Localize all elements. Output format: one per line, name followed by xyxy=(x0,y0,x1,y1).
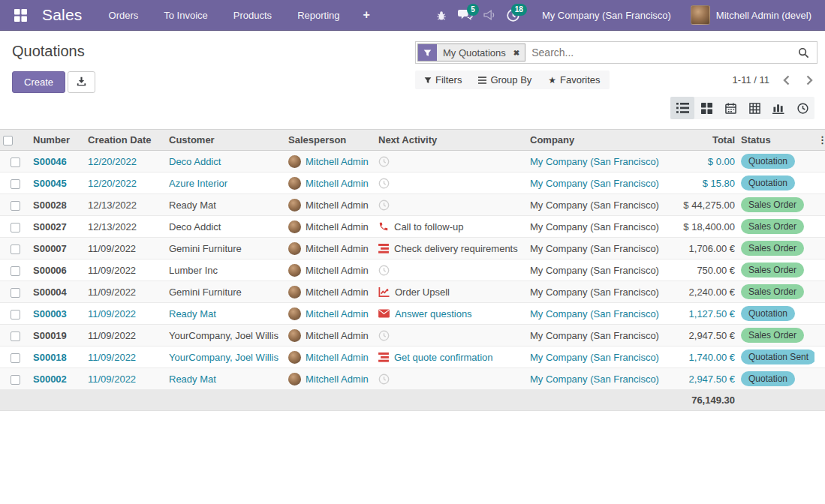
cell-next-activity[interactable]: Get quote confirmation xyxy=(375,346,527,368)
cell-number[interactable]: S00046 xyxy=(30,151,85,172)
cell-next-activity[interactable] xyxy=(375,368,527,390)
cell-total[interactable]: 750.00 € xyxy=(672,260,738,281)
clock-icon[interactable] xyxy=(378,330,390,341)
cell-number[interactable]: S00018 xyxy=(30,346,85,368)
cell-creation-date[interactable]: 12/20/2022 xyxy=(85,172,166,194)
cell-company[interactable]: My Company (San Francisco) xyxy=(527,238,672,260)
cell-creation-date[interactable]: 11/09/2022 xyxy=(85,346,166,368)
cell-salesperson[interactable]: Mitchell Admin xyxy=(285,260,375,281)
nav-menu-orders[interactable]: Orders xyxy=(96,0,152,30)
cell-company[interactable]: My Company (San Francisco) xyxy=(527,216,672,238)
optional-columns-icon[interactable]: ⋮ xyxy=(817,134,825,146)
cell-next-activity[interactable]: Check delivery requirements xyxy=(375,238,527,260)
cell-total[interactable]: $ 44,275.00 xyxy=(672,194,738,216)
cell-company[interactable]: My Company (San Francisco) xyxy=(527,194,672,216)
cell-company[interactable]: My Company (San Francisco) xyxy=(527,368,672,390)
cell-customer[interactable]: Deco Addict xyxy=(166,151,285,172)
row-checkbox[interactable] xyxy=(11,332,20,341)
activities-clock-icon[interactable]: 18 xyxy=(501,4,525,26)
table-row[interactable]: S0002812/13/2022Ready MatMitchell AdminM… xyxy=(0,194,825,216)
cell-number[interactable]: S00006 xyxy=(30,260,85,281)
column-header-creation-date[interactable]: Creation Date xyxy=(85,130,166,151)
cell-creation-date[interactable]: 12/20/2022 xyxy=(85,151,166,172)
user-avatar[interactable] xyxy=(691,5,710,25)
filters-button[interactable]: Filters xyxy=(424,74,462,86)
column-header-status[interactable]: Status xyxy=(738,130,814,151)
export-button[interactable] xyxy=(68,71,95,93)
cell-number[interactable]: S00027 xyxy=(30,216,85,238)
cell-total[interactable]: $ 0.00 xyxy=(672,151,738,172)
cell-creation-date[interactable]: 11/09/2022 xyxy=(85,260,166,281)
table-row[interactable]: S0000411/09/2022Gemini FurnitureMitchell… xyxy=(0,281,825,303)
cell-next-activity[interactable] xyxy=(375,151,527,172)
row-checkbox[interactable] xyxy=(11,179,20,189)
table-row[interactable]: S0004612/20/2022Deco AddictMitchell Admi… xyxy=(0,151,825,172)
column-header-number[interactable]: Number xyxy=(30,130,85,151)
table-row[interactable]: S0004512/20/2022Azure InteriorMitchell A… xyxy=(0,172,825,194)
cell-number[interactable]: S00045 xyxy=(30,172,85,194)
column-header-total[interactable]: Total xyxy=(672,130,738,151)
envelope-icon[interactable] xyxy=(378,309,390,318)
pivot-view-icon[interactable] xyxy=(742,97,766,119)
cell-next-activity[interactable] xyxy=(375,194,527,216)
clock-icon[interactable] xyxy=(378,265,390,276)
cell-creation-date[interactable]: 11/09/2022 xyxy=(85,325,166,346)
cell-total[interactable]: $ 15.80 xyxy=(672,172,738,194)
cell-total[interactable]: 2,240.00 € xyxy=(672,281,738,303)
messages-icon[interactable]: 5 xyxy=(453,4,477,26)
cell-creation-date[interactable]: 11/09/2022 xyxy=(85,238,166,260)
tasks-icon[interactable] xyxy=(378,244,389,254)
cell-creation-date[interactable]: 11/09/2022 xyxy=(85,368,166,390)
tasks-icon[interactable] xyxy=(378,352,389,362)
cell-company[interactable]: My Company (San Francisco) xyxy=(527,303,672,325)
cell-company[interactable]: My Company (San Francisco) xyxy=(527,281,672,303)
cell-number[interactable]: S00002 xyxy=(30,368,85,390)
table-row[interactable]: S0001811/09/2022YourCompany, Joel Willis… xyxy=(0,346,825,368)
nav-menu-more[interactable]: + xyxy=(353,0,381,30)
cell-customer[interactable]: Deco Addict xyxy=(166,216,285,238)
table-row[interactable]: S0000711/09/2022Gemini FurnitureMitchell… xyxy=(0,238,825,260)
cell-company[interactable]: My Company (San Francisco) xyxy=(527,260,672,281)
nav-menu-to-invoice[interactable]: To Invoice xyxy=(151,0,221,30)
cell-customer[interactable]: YourCompany, Joel Willis xyxy=(166,325,285,346)
user-menu[interactable]: Mitchell Admin (devel) xyxy=(716,10,811,21)
cell-company[interactable]: My Company (San Francisco) xyxy=(527,172,672,194)
table-row[interactable]: S0000311/09/2022Ready MatMitchell AdminA… xyxy=(0,303,825,325)
cell-number[interactable]: S00004 xyxy=(30,281,85,303)
cell-customer[interactable]: Ready Mat xyxy=(166,194,285,216)
search-input[interactable] xyxy=(525,46,792,58)
cell-total[interactable]: 2,947.50 € xyxy=(672,368,738,390)
cell-company[interactable]: My Company (San Francisco) xyxy=(527,325,672,346)
bug-icon[interactable] xyxy=(429,4,453,26)
cell-salesperson[interactable]: Mitchell Admin xyxy=(285,281,375,303)
cell-next-activity[interactable] xyxy=(375,260,527,281)
row-checkbox[interactable] xyxy=(11,201,20,211)
cell-salesperson[interactable]: Mitchell Admin xyxy=(285,194,375,216)
cell-total[interactable]: 2,947.50 € xyxy=(672,325,738,346)
list-view-icon[interactable] xyxy=(670,97,694,119)
group-by-button[interactable]: Group By xyxy=(478,74,531,86)
row-checkbox[interactable] xyxy=(11,158,20,167)
table-row[interactable]: S0000611/09/2022Lumber IncMitchell Admin… xyxy=(0,260,825,281)
cell-total[interactable]: $ 18,400.00 xyxy=(672,216,738,238)
calendar-view-icon[interactable] xyxy=(718,97,742,119)
nav-menu-reporting[interactable]: Reporting xyxy=(285,0,352,30)
cell-number[interactable]: S00019 xyxy=(30,325,85,346)
nav-menu-products[interactable]: Products xyxy=(221,0,285,30)
column-header-customer[interactable]: Customer xyxy=(166,130,285,151)
facet-remove-icon[interactable]: ✖ xyxy=(512,44,525,61)
cell-creation-date[interactable]: 12/13/2022 xyxy=(85,194,166,216)
row-checkbox[interactable] xyxy=(11,244,20,254)
clock-icon[interactable] xyxy=(378,200,390,211)
company-switcher[interactable]: My Company (San Francisco) xyxy=(542,10,671,21)
row-checkbox[interactable] xyxy=(11,288,20,298)
cell-customer[interactable]: Ready Mat xyxy=(166,368,285,390)
cell-salesperson[interactable]: Mitchell Admin xyxy=(285,172,375,194)
pager-previous-icon[interactable] xyxy=(780,75,793,86)
cell-salesperson[interactable]: Mitchell Admin xyxy=(285,346,375,368)
phone-icon[interactable] xyxy=(378,221,389,232)
cell-creation-date[interactable]: 12/13/2022 xyxy=(85,216,166,238)
cell-number[interactable]: S00028 xyxy=(30,194,85,216)
cell-creation-date[interactable]: 11/09/2022 xyxy=(85,281,166,303)
table-row[interactable]: S0000211/09/2022Ready MatMitchell AdminM… xyxy=(0,368,825,390)
